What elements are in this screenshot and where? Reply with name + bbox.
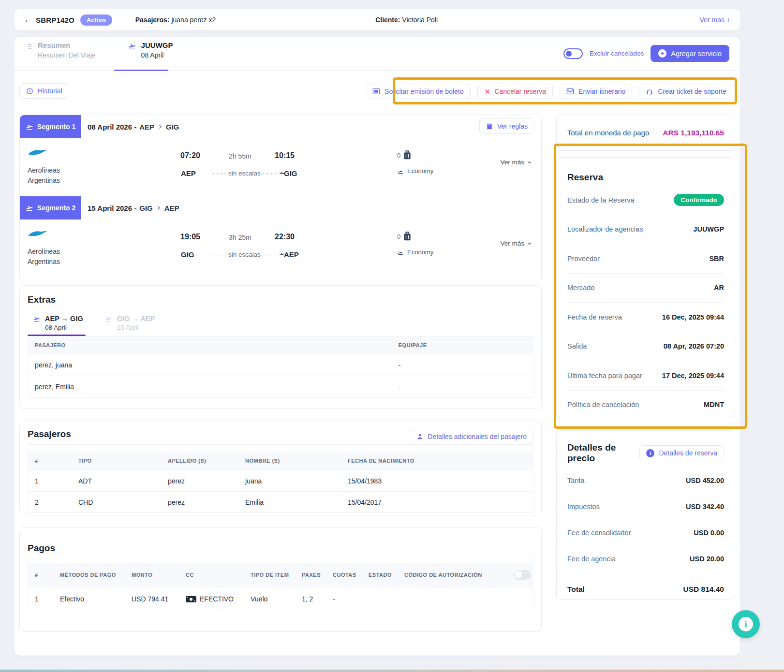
destination-code: GIG: [284, 169, 297, 177]
tab-booking-juuwgp[interactable]: JUUWGP 08 April: [128, 41, 173, 66]
flight-duration: 3h 25m: [229, 234, 251, 241]
segment-2-flight-row: Aerolíneas Argentinas 19:05 3h 25m 22:30…: [20, 219, 541, 278]
reserva-value: SBR: [709, 255, 724, 263]
col-tipo: TIPO: [72, 458, 161, 464]
segment-2-tab[interactable]: Segmento 2: [20, 196, 81, 219]
cash-icon: [186, 596, 196, 602]
ver-mas-link[interactable]: Ver mas +: [700, 16, 730, 24]
baggage-info: 0: [397, 231, 412, 242]
extras-active-tab-underline: [28, 335, 86, 336]
suitcase-icon: [402, 231, 412, 242]
extras-table-header: PASAJERO EQUIPAJE: [28, 336, 533, 354]
tab-resumen-subtitle: Resumen Del Viaje: [38, 51, 96, 59]
ver-mas-label: Ver más: [500, 240, 524, 247]
precio-value: USD 452.00: [686, 477, 724, 484]
solicitar-emision-button[interactable]: Solicitar emisión de boleto: [366, 84, 470, 99]
origin-code: GIG: [181, 250, 194, 259]
stops-note: - - - - sin escalas - - - -: [212, 251, 285, 258]
pagos-toggle[interactable]: [514, 570, 531, 580]
precio-row: Tarifa USD 452.00: [567, 467, 724, 494]
booking-code: SBRP142O: [36, 16, 74, 24]
reserva-row: Última fecha para pagar 17 Dec, 2025 09:…: [567, 361, 724, 391]
back-arrow-icon[interactable]: ←: [24, 15, 32, 24]
historial-label: Historial: [38, 87, 62, 95]
reserva-value: JUUWGP: [693, 225, 724, 233]
crear-ticket-label: Crear ticket de soporte: [658, 88, 726, 95]
reserva-value: MDNT: [704, 401, 724, 409]
segment-1-route: 08 April 2026 - AEP GIG: [88, 123, 179, 131]
col-codigo: CÓDIGO DE AUTORIZACIÓN: [398, 572, 514, 578]
plane-icon: [25, 123, 33, 131]
airline-name: Aerolíneas Argentinas: [28, 165, 60, 186]
reserva-row: Proveedor SBR: [567, 244, 724, 274]
precio-row: Impuestos USD 342.40: [567, 494, 724, 520]
segment-1-tab[interactable]: Segmento 1: [20, 115, 81, 138]
reserva-value: 16 Dec, 2025 09:44: [662, 313, 724, 321]
detalles-reserva-button[interactable]: i Detalles de reserva: [639, 445, 724, 461]
precio-total-row: Total USD 814.40: [567, 575, 724, 603]
col-monto: MONTO: [125, 572, 179, 578]
extras-tab-gig-aep[interactable]: GIG → AEP 15 April: [104, 315, 155, 336]
booking-actions: Solicitar emisión de boleto Cancelar res…: [366, 84, 733, 99]
col-estado: ESTADO: [362, 572, 398, 578]
reserva-card: Reserva Estado de la Reserva Confirmado …: [556, 157, 735, 418]
col-num: #: [28, 572, 53, 578]
precio-title: Detalles de precio: [567, 442, 639, 464]
enviar-itinerario-button[interactable]: Enviar itinerario: [560, 84, 632, 99]
detalles-precio-card: Detalles de precio i Detalles de reserva…: [556, 430, 735, 600]
plus-icon: +: [658, 49, 666, 58]
chevron-down-icon: [527, 241, 533, 247]
segment-1-to: GIG: [166, 123, 179, 131]
stops-text: - - - - sin escalas - - - -: [212, 251, 277, 258]
total-moneda-card: Total en moneda de pago ARS 1,193,110.65: [556, 115, 735, 151]
suitcase-icon: [402, 150, 412, 161]
aerolineas-argentinas-logo: [28, 230, 48, 237]
detalles-pasajero-button[interactable]: Detalles adicionales del pasajero: [410, 429, 533, 444]
client-value: Victoria Poli: [402, 16, 438, 24]
excluir-cancelados-toggle[interactable]: [563, 48, 583, 59]
col-apellido: APELLIDO (S): [161, 458, 238, 464]
baggage-count: 0: [397, 233, 400, 240]
pax-apellido: perez: [161, 477, 238, 485]
pago-tipo: Vuelo: [244, 595, 295, 603]
client-label: Cliente:: [375, 16, 400, 24]
extras-tab-aep-gig[interactable]: AEP → GIG 08 April: [32, 315, 83, 336]
pagos-card: Pagos # MÉTODOS DE PAGO MONTO CC TIPO DE…: [19, 527, 542, 632]
extras-card: Extras AEP → GIG 08 April GIG → AEP 15 A: [19, 285, 542, 409]
plane-icon: [32, 316, 41, 322]
pagos-table: # MÉTODOS DE PAGO MONTO CC TIPO DE ITEM …: [28, 554, 533, 611]
historial-button[interactable]: Historial: [19, 83, 69, 99]
cancelar-reserva-button[interactable]: Cancelar reserva: [477, 84, 553, 99]
stops-text: - - - - sin escalas - - - -: [212, 170, 277, 177]
precio-value: USD 0.00: [694, 529, 724, 537]
airline-line1: Aerolíneas: [28, 166, 60, 174]
table-row: perez, Emilia -: [28, 376, 533, 397]
ver-mas-segment-link[interactable]: Ver más: [500, 159, 533, 166]
reserva-row-estado: Estado de la Reserva Confirmado: [567, 186, 724, 215]
crear-ticket-button[interactable]: Crear ticket de soporte: [639, 84, 733, 99]
tab-resumen[interactable]: Resumen Resumen Del Viaje: [25, 41, 96, 66]
ver-mas-segment-link[interactable]: Ver más: [500, 240, 533, 247]
airline-line2: Argentinas: [28, 176, 60, 184]
col-cc: CC: [179, 572, 244, 578]
segment-1-from: AEP: [139, 123, 154, 131]
precio-label: Impuestos: [567, 503, 600, 511]
equipaje-value: -: [392, 361, 533, 369]
pax-tipo: CHD: [72, 498, 161, 506]
extras-title: Extras: [28, 294, 533, 305]
ver-reglas-button[interactable]: Ver reglas: [479, 118, 534, 134]
precio-total-label: Total: [567, 585, 585, 594]
status-badge: Activo: [80, 15, 112, 26]
segment-1-flight-row: Aerolíneas Argentinas 07:20 2h 55m 10:15…: [20, 138, 541, 196]
agregar-servicio-button[interactable]: + Agregar servicio: [651, 45, 729, 62]
precio-label: Fee de agencia: [567, 555, 616, 563]
precio-label: Tarifa: [567, 477, 584, 484]
precio-row: Fee de agencia USD 20.00: [567, 546, 724, 572]
col-fecha: FECHA DE NACIMIENTO: [341, 458, 533, 464]
reserva-label: Proveedor: [567, 255, 600, 263]
footer-gradient-strip: [0, 670, 784, 672]
reserva-label: Política de cancelación: [567, 401, 639, 409]
info-fab-button[interactable]: i: [732, 610, 760, 638]
tab-booking-subtitle: 08 April: [141, 51, 173, 59]
origin-code: AEP: [181, 169, 196, 177]
